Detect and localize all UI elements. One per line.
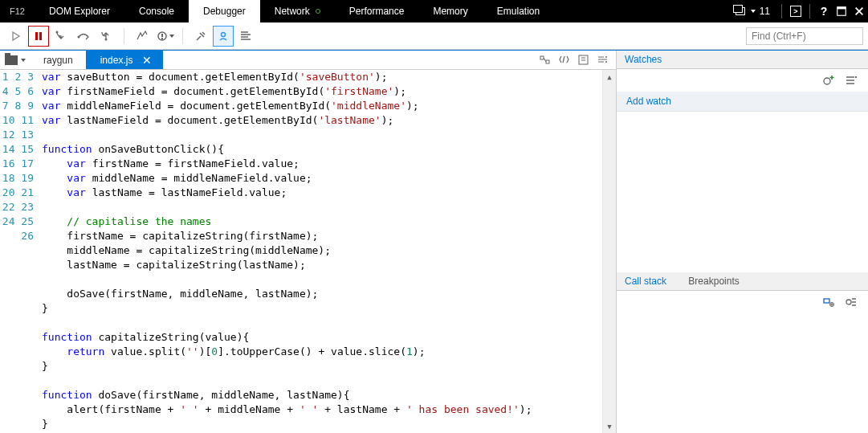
editor-toolbar-right (536, 51, 616, 69)
side-panel: Watches Add watch Call stack Breakpoints (616, 51, 868, 433)
word-wrap-button[interactable] (574, 51, 592, 69)
tab-network[interactable]: Network (260, 0, 335, 22)
main-area: raygun index.js ✕ 1 2 3 4 5 6 7 8 9 10 1… (0, 50, 868, 433)
step-over-button[interactable] (73, 26, 94, 47)
f12-label: F12 (0, 0, 35, 22)
separator (182, 28, 183, 44)
svg-rect-12 (546, 60, 549, 63)
watches-toolbar (617, 69, 868, 92)
file-tab-label: index.js (100, 51, 133, 70)
svg-rect-1 (837, 7, 846, 10)
watches-body (617, 112, 868, 272)
code-editor[interactable]: 1 2 3 4 5 6 7 8 9 10 11 12 13 14 15 16 1… (0, 70, 616, 433)
callstack-header: Call stack Breakpoints (617, 272, 868, 291)
just-my-code-button[interactable] (213, 26, 234, 47)
tab-performance[interactable]: Performance (335, 0, 419, 22)
tab-memory[interactable]: Memory (418, 0, 482, 22)
help-button[interactable]: ? (815, 0, 833, 22)
step-out-button[interactable] (96, 26, 116, 47)
svg-point-16 (824, 78, 830, 84)
code-pane: raygun index.js ✕ 1 2 3 4 5 6 7 8 9 10 1… (0, 51, 616, 433)
breakpoints-tab[interactable]: Breakpoints (688, 276, 739, 287)
scroll-down-icon[interactable]: ▼ (603, 419, 616, 433)
windows-icon (736, 7, 745, 15)
delete-all-watches-icon[interactable] (842, 71, 860, 89)
tab-emulation[interactable]: Emulation (483, 0, 554, 22)
tab-dom-explorer[interactable]: DOM Explorer (35, 0, 124, 22)
add-watch-input[interactable]: Add watch (617, 92, 868, 112)
chevron-down-icon (751, 10, 756, 13)
svg-rect-8 (161, 34, 163, 37)
window-count: 11 (760, 6, 770, 17)
svg-point-15 (605, 61, 607, 63)
code-lines[interactable]: var saveButton = document.getElementById… (42, 70, 602, 433)
svg-rect-3 (39, 32, 42, 40)
close-tab-icon[interactable]: ✕ (142, 51, 152, 70)
svg-point-6 (105, 38, 108, 40)
svg-point-5 (78, 35, 80, 38)
pretty-print-mini-button[interactable] (555, 51, 573, 69)
svg-rect-11 (540, 56, 544, 59)
debugger-toolbar (0, 22, 868, 50)
async-frames-icon[interactable] (842, 293, 860, 311)
console-shortcut-button[interactable]: > (787, 0, 805, 22)
add-watch-icon[interactable] (820, 71, 837, 89)
file-picker-button[interactable] (0, 51, 31, 69)
chevron-down-icon (21, 59, 26, 62)
svg-rect-9 (161, 38, 163, 39)
tab-console[interactable]: Console (124, 0, 189, 22)
folder-icon (5, 55, 18, 65)
watches-header[interactable]: Watches (617, 51, 868, 69)
separator (809, 4, 810, 18)
callstack-body (617, 313, 868, 433)
svg-point-19 (846, 300, 851, 304)
svg-point-14 (605, 56, 607, 58)
tab-debugger[interactable]: Debugger (189, 0, 260, 22)
close-button[interactable] (850, 0, 868, 22)
pause-button[interactable] (28, 26, 49, 47)
separator (124, 28, 124, 44)
disconnect-button[interactable] (190, 26, 211, 47)
exception-behavior-button[interactable] (154, 26, 175, 47)
breadcrumb[interactable]: raygun (31, 51, 86, 69)
scroll-up-icon[interactable]: ▲ (603, 70, 616, 84)
unpin-button[interactable] (833, 0, 850, 22)
recording-dot-icon (316, 9, 320, 14)
continue-button[interactable] (6, 26, 26, 47)
svg-point-10 (222, 32, 226, 36)
vertical-scrollbar[interactable]: ▲ ▼ (602, 70, 616, 433)
window-count-badge[interactable]: 11 (729, 6, 776, 17)
file-tab-bar: raygun index.js ✕ (0, 51, 616, 70)
svg-rect-17 (824, 299, 829, 303)
svg-rect-2 (35, 32, 38, 40)
separator (781, 4, 782, 18)
break-new-worker-button[interactable] (132, 26, 153, 47)
callstack-tab[interactable]: Call stack (625, 276, 666, 287)
devtools-tab-bar: F12 DOM Explorer Console Debugger Networ… (0, 0, 868, 22)
pretty-print-button[interactable] (235, 26, 256, 47)
callstack-toolbar (617, 291, 868, 313)
file-tab-active[interactable]: index.js ✕ (86, 51, 164, 69)
options-button[interactable] (593, 51, 611, 69)
show-frames-icon[interactable] (820, 293, 837, 311)
svg-point-4 (56, 31, 59, 33)
search-input[interactable] (746, 27, 863, 45)
line-number-gutter[interactable]: 1 2 3 4 5 6 7 8 9 10 11 12 13 14 15 16 1… (0, 70, 42, 433)
step-into-button[interactable] (51, 26, 71, 47)
source-map-button[interactable] (536, 51, 553, 69)
header-right-cluster: 11 > ? (729, 0, 868, 22)
